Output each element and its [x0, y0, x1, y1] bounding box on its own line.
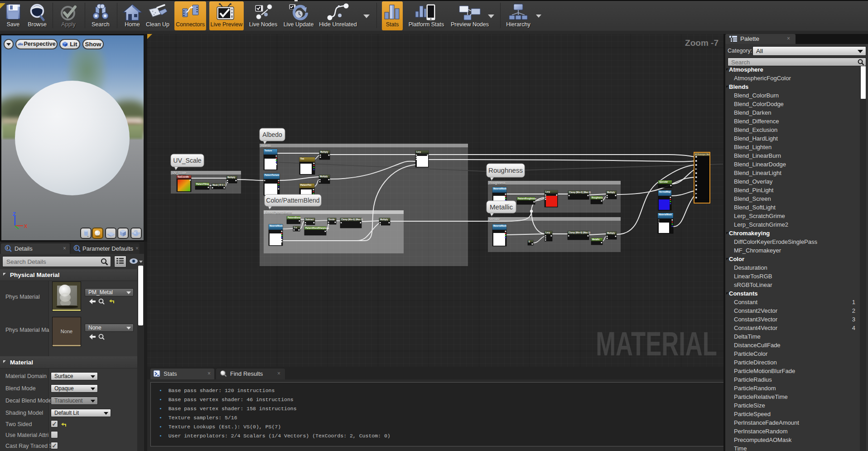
svg-text:PatternRoughness: PatternRoughness [518, 198, 536, 200]
svg-text:1-x: 1-x [294, 227, 297, 229]
svg-text:MaterialMask: MaterialMask [270, 225, 283, 227]
svg-text:Specular: Specular [659, 181, 668, 183]
svg-text:Multiply: Multiply [320, 175, 328, 178]
svg-text:UV_Scale: UV_Scale [172, 171, 186, 175]
svg-text:Divide: Divide [328, 218, 335, 221]
svg-text:i: i [7, 246, 8, 250]
svg-text:Roughness: Roughness [592, 197, 603, 199]
svg-text:Color/PatternBlend: Color/PatternBlend [266, 197, 319, 204]
svg-text:Lerp: Lerp [545, 232, 550, 234]
svg-text:Subtract: Subtract [305, 218, 314, 221]
svg-text:Z: Z [13, 212, 16, 217]
svg-text:M_Prototype_Mat: M_Prototype_Mat [695, 154, 710, 155]
svg-text:Metallic: Metallic [489, 218, 500, 221]
svg-text:Multiply: Multiply [227, 176, 236, 179]
svg-text:Multiply: Multiply [607, 191, 615, 194]
svg-text:Metallic: Metallic [490, 203, 513, 211]
svg-text:Roughness: Roughness [488, 166, 523, 174]
svg-text:Metallic: Metallic [592, 238, 600, 241]
svg-text:Albedo: Albedo [261, 144, 271, 147]
svg-text:Texture: Texture [265, 150, 272, 152]
svg-text:MaterialMask: MaterialMask [493, 225, 506, 227]
svg-text:Lerp: Lerp [545, 191, 550, 193]
svg-text:UV_Scale: UV_Scale [173, 157, 201, 164]
svg-text:Clamp (Min-0) (Max-1): Clamp (Min-0) (Max-1) [569, 232, 590, 234]
svg-text:MaterialMask: MaterialMask [659, 213, 672, 216]
svg-text:Lerp: Lerp [416, 151, 421, 153]
svg-text:Multiply: Multiply [607, 232, 615, 234]
svg-text:Mask ( R G ): Mask ( R G ) [212, 184, 225, 186]
svg-text:Tint: Tint [300, 158, 304, 160]
svg-text:PatternBlend: PatternBlend [288, 217, 301, 219]
svg-text:TexCoordIn: TexCoordIn [178, 176, 189, 178]
svg-text:X: X [24, 223, 28, 229]
svg-text:NormalMap: NormalMap [659, 191, 670, 193]
svg-text:Roughness: Roughness [489, 181, 506, 185]
svg-text:MaterialMask: MaterialMask [493, 188, 506, 190]
svg-text:0: 0 [529, 241, 530, 243]
svg-text:Multiply: Multiply [380, 218, 388, 221]
svg-text:Multiply: Multiply [320, 151, 328, 153]
svg-text:Clamp (Min-0) (Max-1): Clamp (Min-0) (Max-1) [341, 218, 363, 221]
svg-text:Clamp (Min-0) (Max-1): Clamp (Min-0) (Max-1) [569, 191, 591, 194]
svg-text:i: i [76, 246, 77, 250]
svg-text:PatternTint: PatternTint [300, 184, 312, 186]
svg-text:PatternTiling: PatternTiling [196, 183, 209, 185]
svg-text:Color/PatternBlend: Color/PatternBlend [265, 211, 292, 214]
svg-text:PatternBlendSharpness: PatternBlendSharpness [305, 227, 329, 229]
svg-text:PatternTexture: PatternTexture [265, 174, 280, 176]
svg-text:Albedo: Albedo [262, 131, 282, 138]
